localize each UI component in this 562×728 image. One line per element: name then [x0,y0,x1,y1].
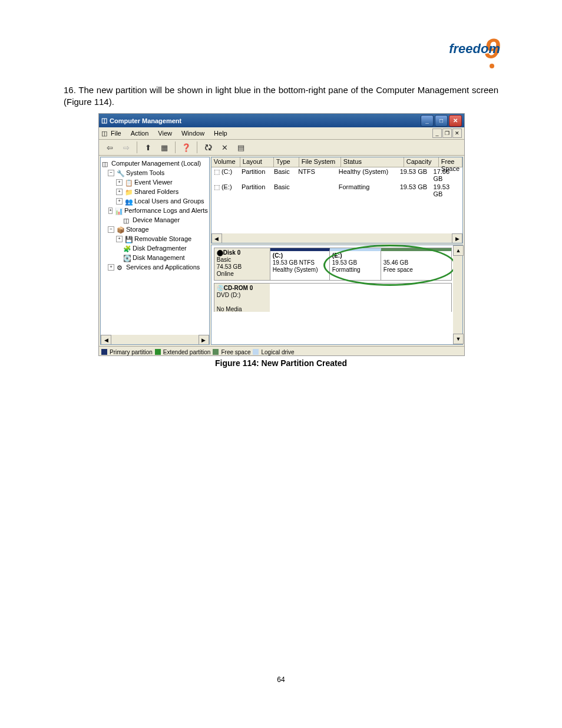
mdi-close[interactable]: ✕ [452,129,462,138]
window-icon: ◫ [101,117,107,124]
disk-scroll-down[interactable]: ▼ [453,334,464,344]
refresh-button[interactable]: 🗘 [201,140,215,154]
legend-free: Free space [221,349,250,355]
mdi-minimize[interactable]: _ [432,129,442,138]
cdrom-row: 💿CD-ROM 0 DVD (D:) No Media [214,283,452,312]
logo-text: freedom [449,41,500,57]
tree-event-viewer[interactable]: +📋Event Viewer [102,177,208,187]
legend-extended-icon [155,349,161,355]
volume-row-c[interactable]: ⬚ (C:) Partition Basic NTFS Healthy (Sys… [211,167,462,183]
legend-extended: Extended partition [163,349,211,355]
close-button[interactable]: ✕ [449,115,462,127]
menu-help[interactable]: Help [214,130,227,137]
tree-root[interactable]: ◫Computer Management (Local) [102,159,208,168]
legend-free-icon [213,349,219,355]
legend-primary-icon [101,349,107,355]
menu-bar: ◫ File Action View Window Help _ ❐ ✕ [99,127,464,140]
partition-e[interactable]: (E:) 19.53 GB Formatting [330,248,381,280]
figure-caption: Figure 114: New Partition Created [0,358,562,368]
toolbar: ⇦ ⇨ ⬆ ▦ ❓ 🗘 ✕ ▤ [99,140,464,156]
vol-scroll-right[interactable]: ▶ [452,233,462,243]
mdi-restore[interactable]: ❐ [442,129,452,138]
tree-local-users[interactable]: +👥Local Users and Groups [102,196,208,206]
tree-disk-mgmt[interactable]: 💽Disk Management [102,253,208,262]
disk0-row: ⬤Disk 0 Basic 74.53 GB Online (C:) 19.53… [214,248,452,281]
col-layout[interactable]: Layout [240,157,274,167]
window-icon-small: ◫ [101,130,107,137]
tree-defrag[interactable]: 🧩Disk Defragmenter [102,243,208,253]
col-status[interactable]: Status [341,157,404,167]
tree-perf-logs[interactable]: +📊Performance Logs and Alerts [102,206,208,215]
tree-shared-folders[interactable]: +📁Shared Folders [102,187,208,196]
title-bar: ◫ Computer Management _ □ ✕ [99,114,464,127]
step-text: 16. The new partition will be shown in l… [64,84,498,108]
tree-scroll-left[interactable]: ◀ [101,335,111,345]
tree-scroll-right[interactable]: ▶ [199,335,209,345]
screenshot-window: ◫ Computer Management _ □ ✕ ◫ File Actio… [98,113,465,356]
cdrom-info: 💿CD-ROM 0 DVD (D:) No Media [214,284,270,312]
tree-services[interactable]: +⚙Services and Applications [102,262,208,272]
menu-view[interactable]: View [158,130,172,137]
legend-primary: Primary partition [110,349,153,355]
back-button[interactable]: ⇦ [103,140,117,154]
disk0-info: ⬤Disk 0 Basic 74.53 GB Online [214,248,270,280]
tree-pane: ◫Computer Management (Local) −🔧System To… [100,157,210,345]
tree-removable[interactable]: +💾Removable Storage [102,234,208,243]
help-button[interactable]: ❓ [179,140,193,154]
menu-file[interactable]: File [111,130,121,137]
forward-button[interactable]: ⇨ [119,140,133,154]
disk-pane: ⬤Disk 0 Basic 74.53 GB Online (C:) 19.53… [211,245,463,345]
page-number: 64 [0,676,562,684]
minimize-button[interactable]: _ [421,115,434,127]
col-volume[interactable]: Volume [211,157,240,167]
show-hide-button[interactable]: ▦ [157,140,171,154]
tree-storage[interactable]: −📦Storage [102,225,208,234]
partition-c[interactable]: (C:) 19.53 GB NTFS Healthy (System) [270,248,330,280]
col-type[interactable]: Type [274,157,299,167]
disk-scroll-up[interactable]: ▲ [453,245,464,256]
vol-scroll-left[interactable]: ◀ [211,233,222,243]
free-space[interactable]: 35.46 GB Free space [381,248,451,280]
col-filesystem[interactable]: File System [299,157,341,167]
menu-window[interactable]: Window [181,130,204,137]
tree-system-tools[interactable]: −🔧System Tools [102,168,208,177]
up-button[interactable]: ⬆ [141,140,155,154]
window-title: Computer Management [110,117,181,124]
legend-logical: Logical drive [261,349,294,355]
menu-action[interactable]: Action [131,130,149,137]
volume-list: Volume Layout Type File System Status Ca… [211,157,463,243]
tree-device-mgr[interactable]: ◫Device Manager [102,215,208,225]
delete-button[interactable]: ✕ [217,140,232,154]
col-capacity[interactable]: Capacity [404,157,439,167]
logo-dot [490,64,494,68]
volume-row-e[interactable]: ⬚ (E:) Partition Basic Formatting 19.53 … [211,183,462,198]
legend-logical-icon [253,349,259,355]
maximize-button[interactable]: □ [435,115,448,127]
legend: Primary partition Extended partition Fre… [99,346,464,356]
col-freespace[interactable]: Free Space [439,157,462,167]
volume-header: Volume Layout Type File System Status Ca… [211,157,462,167]
properties-button[interactable]: ▤ [234,140,248,154]
